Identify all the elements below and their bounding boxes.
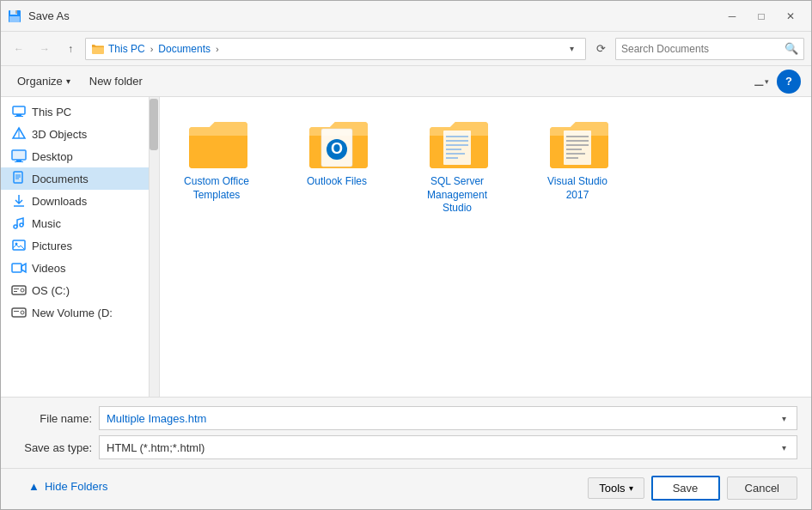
save-as-dialog: Save As ─ □ ✕ ← → ↑ This PC › Documents … [0, 0, 812, 510]
title-bar-left: Save As [8, 9, 70, 23]
footer-buttons: ▲ Hide Folders Tools ▾ Save Cancel [1, 468, 811, 509]
search-icon[interactable]: 🔍 [785, 42, 798, 55]
svg-rect-37 [446, 136, 468, 137]
title-controls: ─ □ ✕ [718, 4, 804, 28]
svg-rect-48 [566, 153, 585, 155]
folder-vs-icon [546, 118, 608, 170]
svg-text:O: O [331, 140, 343, 157]
sidebar-label-this-pc: This PC [32, 106, 71, 118]
cancel-button[interactable]: Cancel [727, 477, 797, 500]
folder-custom-office[interactable]: Custom Office Templates [174, 111, 259, 383]
tools-label: Tools [599, 482, 625, 495]
folder-outlook[interactable]: O Outlook Files [294, 111, 380, 383]
hide-folders-arrow-icon: ▲ [28, 480, 40, 493]
sidebar-item-documents[interactable]: Documents [1, 167, 159, 190]
refresh-button[interactable]: ⟳ [589, 38, 612, 60]
tools-button[interactable]: Tools ▾ [588, 477, 644, 499]
breadcrumb-documents[interactable]: Documents [158, 43, 211, 55]
content-area: This PC 3D Objects Desktop [1, 97, 811, 397]
filename-dropdown-arrow[interactable]: ▾ [778, 414, 790, 423]
sidebar-item-music[interactable]: Music [1, 212, 159, 234]
minimize-button[interactable]: ─ [718, 4, 746, 28]
folder-sql-label: SQL Server Management Studio [422, 175, 492, 216]
sidebar-label-new-volume-d: New Volume (D: [32, 307, 113, 319]
forward-button[interactable]: → [34, 38, 56, 60]
svg-rect-45 [566, 140, 589, 142]
folder-outlook-label: Outlook Files [307, 175, 367, 189]
folder-custom-office-label: Custom Office Templates [181, 175, 252, 202]
search-box[interactable]: 🔍 [615, 38, 804, 60]
sidebar-item-this-pc[interactable]: This PC [1, 100, 159, 123]
action-bar: Organize ▾ New folder ⚊ ▾ ? [1, 66, 811, 97]
sidebar-label-pictures: Pictures [32, 240, 72, 252]
svg-rect-7 [15, 116, 23, 117]
address-dropdown-arrow[interactable]: ▾ [563, 38, 580, 60]
svg-rect-38 [446, 140, 468, 142]
sidebar-item-pictures[interactable]: Pictures [1, 234, 159, 257]
toolbar: ← → ↑ This PC › Documents › ▾ ⟳ 🔍 [1, 32, 811, 66]
dialog-title: Save As [28, 9, 70, 22]
search-input[interactable] [621, 43, 781, 55]
view-button[interactable]: ⚊ ▾ [749, 70, 773, 94]
svg-rect-2 [15, 10, 17, 14]
hide-folders-button[interactable]: ▲ Hide Folders [15, 480, 108, 496]
filetype-value: HTML (*.htm;*.html) [107, 441, 778, 454]
sidebar-label-desktop: Desktop [32, 150, 73, 163]
title-bar: Save As ─ □ ✕ [1, 1, 811, 32]
filetype-label: Save as type: [15, 441, 92, 454]
svg-rect-39 [446, 144, 468, 146]
save-icon [8, 9, 21, 23]
svg-rect-47 [566, 149, 582, 150]
filename-row: File name: Multiple Images.htm ▾ [15, 406, 797, 430]
document-icon [11, 171, 27, 186]
download-icon [11, 193, 27, 209]
3d-icon [11, 126, 27, 142]
close-button[interactable]: ✕ [777, 4, 804, 28]
sidebar-item-os-c[interactable]: OS (C:) [1, 279, 159, 301]
breadcrumb-this-pc[interactable]: This PC [108, 43, 145, 55]
main-content: Custom Office Templates O [160, 97, 811, 397]
maximize-button[interactable]: □ [748, 4, 775, 28]
filetype-select[interactable]: HTML (*.htm;*.html) ▾ [99, 435, 797, 459]
folder-sql-server[interactable]: SQL Server Management Studio [414, 111, 500, 383]
svg-rect-13 [12, 150, 26, 160]
svg-rect-31 [14, 311, 19, 312]
sidebar-item-downloads[interactable]: Downloads [1, 190, 159, 212]
svg-rect-49 [566, 157, 578, 159]
svg-point-30 [21, 311, 24, 314]
filetype-row: Save as type: HTML (*.htm;*.html) ▾ [15, 435, 797, 459]
up-button[interactable]: ↑ [59, 38, 82, 60]
sidebar-label-music: Music [32, 217, 61, 230]
back-button[interactable]: ← [8, 38, 30, 60]
address-bar[interactable]: This PC › Documents › ▾ [85, 38, 586, 60]
svg-rect-6 [16, 114, 21, 116]
organize-button[interactable]: Organize ▾ [11, 72, 76, 90]
sidebar-item-new-volume-d[interactable]: New Volume (D: [1, 301, 159, 324]
svg-rect-44 [566, 136, 589, 137]
svg-rect-11 [16, 160, 21, 161]
save-button[interactable]: Save [651, 476, 720, 501]
svg-rect-27 [14, 288, 19, 289]
folder-custom-office-icon [186, 118, 247, 170]
bottom-bar: File name: Multiple Images.htm ▾ Save as… [1, 397, 811, 468]
folder-sql-icon [426, 118, 488, 170]
help-button[interactable]: ? [777, 70, 801, 94]
svg-point-26 [21, 288, 24, 292]
sidebar-scrollbar-thumb[interactable] [150, 99, 158, 150]
sidebar-item-videos[interactable]: Videos [1, 257, 159, 279]
desktop-icon [11, 149, 27, 164]
sidebar-item-3d-objects[interactable]: 3D Objects [1, 123, 159, 145]
new-folder-button[interactable]: New folder [83, 72, 149, 90]
filename-value: Multiple Images.htm [107, 412, 778, 425]
svg-rect-42 [446, 157, 458, 159]
svg-rect-3 [9, 16, 20, 22]
action-bar-right: ⚊ ▾ ? [749, 70, 801, 94]
filename-label: File name: [15, 412, 92, 425]
video-icon [11, 260, 27, 276]
filetype-dropdown-arrow[interactable]: ▾ [778, 443, 790, 452]
pictures-icon [11, 238, 27, 253]
sidebar-scrollbar-track[interactable] [149, 97, 159, 397]
folder-visual-studio[interactable]: Visual Studio 2017 [534, 111, 620, 383]
filename-input[interactable]: Multiple Images.htm ▾ [99, 406, 797, 430]
sidebar-item-desktop[interactable]: Desktop [1, 145, 159, 167]
